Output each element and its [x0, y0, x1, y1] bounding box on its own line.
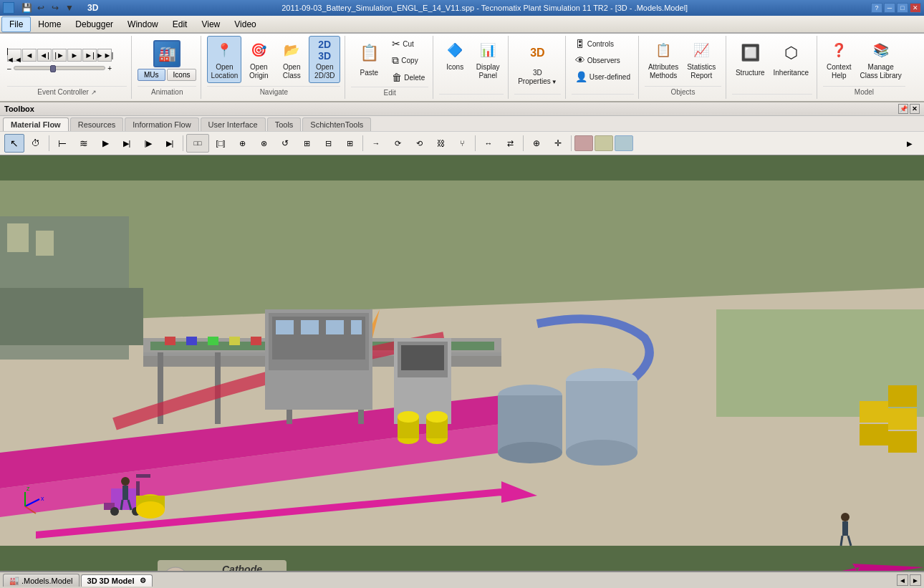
btn-step-fwd[interactable]: |► — [52, 49, 67, 62]
tool-crosshair[interactable]: ✛ — [548, 134, 568, 153]
speed-slider[interactable] — [14, 66, 106, 70]
toolbar-expand: ▶ — [900, 134, 920, 153]
event-controller-expand[interactable]: ↗ — [91, 89, 97, 96]
cut-icon: ✂ — [392, 38, 400, 49]
tool-bracket[interactable]: [□] — [211, 134, 231, 153]
close-button[interactable]: ✕ — [910, 3, 921, 13]
tool-play[interactable]: ▶ — [95, 134, 115, 153]
cut-copy-delete: ✂ Cut ⧉ Copy 🗑 Delete — [388, 36, 428, 85]
btn-icons-btn[interactable]: 🔷 Icons — [439, 36, 471, 74]
btn-statistics-report[interactable]: 📈 StatisticsReport — [683, 36, 719, 83]
btn-copy[interactable]: ⧉ Copy — [388, 52, 428, 69]
menu-debugger[interactable]: Debugger — [68, 17, 120, 32]
tool-box-select[interactable]: □□ — [186, 134, 209, 153]
qat-save[interactable]: 💾 — [20, 1, 33, 14]
btn-rewind-start[interactable]: |◄◄ — [7, 49, 21, 62]
tool-chain[interactable]: ⛓ — [430, 134, 451, 153]
tab-resources[interactable]: Resources — [70, 117, 124, 131]
toolbox-close[interactable]: ✕ — [910, 104, 920, 114]
3dprops-items: 3D 3DProperties▼ — [514, 36, 561, 92]
tool-merge[interactable]: ⊕ — [232, 134, 252, 153]
tool-square1[interactable] — [574, 135, 593, 151]
tool-square3[interactable] — [615, 135, 633, 151]
btn-attributes-methods[interactable]: 📋 AttributesMethods — [645, 36, 682, 83]
tool-buffer[interactable]: ≋ — [74, 134, 94, 153]
btn-delete[interactable]: 🗑 Delete — [388, 69, 428, 85]
tab-information-flow[interactable]: Information Flow — [125, 117, 198, 131]
viewport-3d[interactable]: ③ Cathode Coating x z — [0, 155, 924, 571]
tab-3d-settings[interactable]: ⚙ — [140, 577, 146, 584]
btn-paste[interactable]: 📋 Paste — [351, 36, 387, 80]
btn-structure[interactable]: 🔲 Structure — [732, 36, 769, 80]
speed-minus[interactable]: – — [7, 64, 11, 72]
nav-prev[interactable]: ◄ — [897, 574, 908, 586]
btn-step-back[interactable]: ◄| — [37, 49, 52, 62]
tab-models-model[interactable]: 🏭 .Models.Model — [3, 574, 80, 587]
tool-grid1[interactable]: ⊞ — [297, 134, 317, 153]
btn-open-origin[interactable]: 🎯 OpenOrigin — [243, 36, 274, 83]
btn-mus[interactable]: MUs — [138, 69, 165, 81]
btn-observers[interactable]: 👁 Observers — [572, 52, 634, 68]
menu-video[interactable]: Video — [227, 17, 263, 32]
btn-user-defined[interactable]: 👤 User-defined — [572, 69, 634, 85]
btn-prev-event[interactable]: ◄ — [22, 49, 37, 62]
toolbar-more[interactable]: ▶ — [900, 134, 920, 153]
btn-open-location[interactable]: 📍 OpenLocation — [207, 36, 241, 83]
tool-link1[interactable]: ↔ — [478, 134, 499, 153]
tool-select[interactable]: ↖ — [4, 134, 24, 153]
tab-3d-label: 3D Model — [100, 577, 135, 585]
btn-inheritance[interactable]: ⬡ Inheritance — [770, 36, 812, 80]
btn-controls[interactable]: 🎛 Controls — [572, 36, 634, 52]
svg-rect-80 — [860, 401, 888, 423]
tool-next[interactable]: ▶| — [117, 134, 137, 153]
btn-next-event[interactable]: ►| — [82, 49, 97, 62]
mus-icons-toggle: MUs Icons — [138, 69, 196, 81]
tool-link2[interactable]: ⇄ — [500, 134, 520, 153]
help-button[interactable]: ? — [871, 3, 882, 13]
tool-cycle[interactable]: ⟲ — [409, 134, 429, 153]
btn-fast-fwd[interactable]: ►►| — [97, 49, 112, 62]
menu-file[interactable]: File — [1, 16, 31, 32]
tool-square2[interactable] — [595, 135, 613, 151]
maximize-button[interactable]: □ — [897, 3, 908, 13]
menu-view[interactable]: View — [194, 17, 227, 32]
tool-grid2[interactable]: ⊟ — [318, 134, 338, 153]
open-origin-icon: 🎯 — [247, 39, 270, 62]
tool-fork[interactable]: ⑂ — [452, 134, 472, 153]
toolbox-pin[interactable]: 📌 — [898, 104, 908, 114]
nav-next[interactable]: ► — [910, 574, 921, 586]
btn-manage-class-library[interactable]: 📚 ManageClass Library — [856, 36, 905, 83]
btn-display-panel[interactable]: 📊 DisplayPanel — [472, 36, 504, 83]
speed-plus[interactable]: + — [107, 64, 112, 72]
tool-end[interactable]: ▶| — [160, 134, 180, 153]
menu-home[interactable]: Home — [31, 17, 68, 32]
menu-window[interactable]: Window — [120, 17, 165, 32]
qat-redo[interactable]: ↪ — [49, 1, 62, 14]
tool-rotate[interactable]: ↺ — [275, 134, 295, 153]
tool-loop[interactable]: ⟳ — [388, 134, 408, 153]
btn-open-2d3d[interactable]: 2D3D Open2D/3D — [309, 36, 340, 83]
btn-cut[interactable]: ✂ Cut — [388, 36, 428, 52]
btn-play-pause[interactable]: ► — [67, 49, 82, 62]
tab-user-interface[interactable]: User Interface — [201, 117, 266, 131]
tool-clock[interactable]: ⏱ — [26, 134, 46, 153]
tool-arrow-right[interactable]: → — [366, 134, 386, 153]
tab-3d-model[interactable]: 3D 3D Model ⚙ — [81, 574, 153, 587]
tool-advance[interactable]: |▶ — [138, 134, 158, 153]
btn-icons[interactable]: Icons — [167, 69, 197, 81]
btn-3d-properties[interactable]: 3D 3DProperties▼ — [514, 36, 561, 89]
tool-grid3[interactable]: ⊞ — [340, 134, 360, 153]
tool-split[interactable]: ⊗ — [254, 134, 274, 153]
menu-edit[interactable]: Edit — [165, 17, 195, 32]
tab-schichten-tools[interactable]: SchichtenTools — [302, 117, 371, 131]
event-controller-label: Event Controller ↗ — [7, 86, 127, 97]
btn-open-class[interactable]: 📂 OpenClass — [276, 36, 307, 83]
tool-connector-right[interactable]: ⊢ — [52, 134, 72, 153]
minimize-button[interactable]: ─ — [884, 3, 895, 13]
tab-material-flow[interactable]: Material Flow — [3, 117, 69, 131]
qat-menu[interactable]: ▼ — [63, 1, 76, 14]
qat-undo[interactable]: ↩ — [34, 1, 47, 14]
btn-context-help[interactable]: ❓ ContextHelp — [823, 36, 855, 83]
tab-tools[interactable]: Tools — [267, 117, 302, 131]
tool-target[interactable]: ⊕ — [526, 134, 547, 153]
